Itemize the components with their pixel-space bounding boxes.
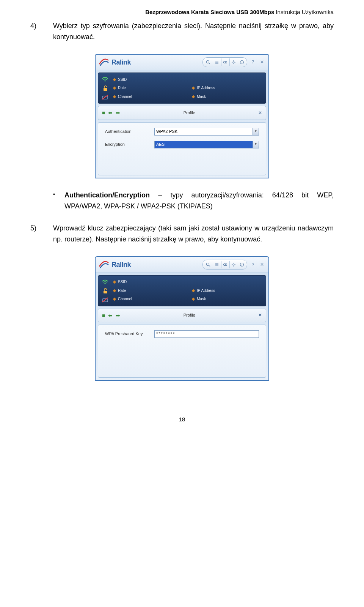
info-icon[interactable]: i xyxy=(238,261,245,268)
search-icon[interactable] xyxy=(204,58,212,66)
step-text-4: Wybierz typ szyfrowania (zabezpieczenia … xyxy=(53,20,334,43)
logo-text: Ralink xyxy=(111,259,131,270)
app-titlebar: Ralink i ? ✕ xyxy=(96,55,268,71)
status-ssid: SSID xyxy=(113,76,185,83)
auth-select[interactable]: WPA2-PSK ▼ xyxy=(154,128,259,136)
arrow-right-icon[interactable]: ➡ xyxy=(116,311,120,320)
signal-icon xyxy=(100,278,110,285)
status-icon-column xyxy=(100,278,110,304)
status-rate: Rate xyxy=(113,85,185,92)
svg-point-0 xyxy=(207,60,209,63)
enc-select[interactable]: AES ▼ xyxy=(154,141,259,148)
stop-icon[interactable]: ■ xyxy=(102,109,105,117)
svg-point-7 xyxy=(233,61,234,63)
link-icon[interactable] xyxy=(221,58,229,66)
bullet-marker: ▪ xyxy=(53,190,64,212)
status-icon-column xyxy=(100,75,110,101)
status-channel: Channel xyxy=(113,296,185,303)
titlebar-icons: i ? ✕ xyxy=(202,57,265,67)
status-rate: Rate xyxy=(113,287,185,294)
status-ip: IP Address xyxy=(192,85,264,92)
info-icon[interactable]: i xyxy=(238,58,245,66)
svg-rect-15 xyxy=(104,88,107,91)
svg-text:i: i xyxy=(241,263,242,266)
status-ip: IP Address xyxy=(192,287,264,294)
help-icon[interactable]: ? xyxy=(249,261,256,268)
search-icon[interactable] xyxy=(204,261,212,268)
svg-text:i: i xyxy=(241,61,242,64)
svg-line-19 xyxy=(209,265,210,266)
logo-icon xyxy=(99,57,109,67)
logo-text: Ralink xyxy=(111,57,131,68)
toolbar-pill: i xyxy=(202,57,247,67)
chevron-down-icon[interactable]: ▼ xyxy=(253,141,259,148)
key-form-panel: WPA Preshared Key ******** xyxy=(98,325,266,378)
unlock-icon xyxy=(100,84,110,92)
svg-point-32 xyxy=(105,283,106,284)
auth-enc-bullet: ▪ Authentication/Encryption – typy autor… xyxy=(53,190,334,212)
unlock-icon xyxy=(100,287,110,295)
close-icon[interactable]: ✕ xyxy=(259,59,265,66)
document-header: Bezprzewodowa Karata Sieciowa USB 300Mbp… xyxy=(0,0,364,20)
status-channel: Channel xyxy=(113,93,185,101)
arrow-right-icon[interactable]: ➡ xyxy=(116,109,120,117)
profile-nav-arrows: ■ ⬅ ➡ xyxy=(102,311,120,320)
list-icon[interactable] xyxy=(213,261,220,268)
psk-label: WPA Preshared Key xyxy=(105,331,154,337)
svg-point-25 xyxy=(233,264,234,265)
panel-close-icon[interactable]: ✕ xyxy=(258,312,262,319)
close-icon[interactable]: ✕ xyxy=(259,261,265,268)
status-mask: Mask xyxy=(192,296,264,303)
help-icon[interactable]: ? xyxy=(249,59,256,66)
psk-row: WPA Preshared Key ******** xyxy=(105,330,259,338)
page-number: 18 xyxy=(0,415,364,424)
bullet-block: ▪ Authentication/Encryption – typy autor… xyxy=(53,190,334,212)
svg-line-35 xyxy=(102,298,108,302)
app-logo: Ralink xyxy=(99,57,131,68)
header-light: Instrukcja Użytkownika xyxy=(274,9,334,15)
gear-icon[interactable] xyxy=(229,261,237,268)
psk-input[interactable]: ******** xyxy=(154,330,259,338)
no-adapter-icon xyxy=(100,93,110,101)
arrow-left-icon[interactable]: ⬅ xyxy=(108,109,113,117)
toolbar-pill: i xyxy=(202,260,247,270)
step-4: 4) Wybierz typ szyfrowania (zabezpieczen… xyxy=(30,20,334,43)
signal-icon xyxy=(100,75,110,83)
status-grid: SSID Rate IP Address Channel Mask xyxy=(113,75,264,101)
no-adapter-icon xyxy=(100,296,110,304)
profile-label: Profile xyxy=(120,312,258,319)
svg-rect-33 xyxy=(104,291,107,293)
auth-label: Authentication xyxy=(105,128,154,135)
status-mask: Mask xyxy=(192,93,264,101)
bullet-text: Authentication/Encryption – typy autoryz… xyxy=(64,190,334,212)
list-icon[interactable] xyxy=(213,58,220,66)
profile-nav-panel: ■ ⬅ ➡ Profile ✕ xyxy=(98,309,266,322)
arrow-left-icon[interactable]: ⬅ xyxy=(108,311,113,320)
svg-line-1 xyxy=(209,63,210,64)
status-ssid: SSID xyxy=(113,279,185,286)
ralink-app-screenshot-1: Ralink i ? ✕ SSID xyxy=(95,54,269,178)
chevron-down-icon[interactable]: ▼ xyxy=(253,128,259,135)
step-text-5: Wprowadź klucz zabezpieczający (taki sam… xyxy=(53,223,334,245)
svg-line-17 xyxy=(102,95,108,99)
link-icon[interactable] xyxy=(221,261,229,268)
ralink-app-screenshot-2: Ralink i ? ✕ SSID xyxy=(95,256,269,381)
auth-form-panel: Authentication WPA2-PSK ▼ Encryption AES… xyxy=(98,122,266,175)
titlebar-icons: i ? ✕ xyxy=(202,260,265,270)
profile-nav-arrows: ■ ⬅ ➡ xyxy=(102,109,120,117)
page-content: 4) Wybierz typ szyfrowania (zabezpieczen… xyxy=(0,20,364,404)
logo-icon xyxy=(99,260,109,270)
stop-icon[interactable]: ■ xyxy=(102,311,105,320)
app-logo: Ralink xyxy=(99,259,131,270)
profile-nav-panel: ■ ⬅ ➡ Profile ✕ xyxy=(98,106,266,120)
enc-row: Encryption AES ▼ xyxy=(105,141,259,148)
gear-icon[interactable] xyxy=(229,58,237,66)
panel-close-icon[interactable]: ✕ xyxy=(258,109,262,117)
svg-point-14 xyxy=(105,80,106,82)
auth-row: Authentication WPA2-PSK ▼ xyxy=(105,128,259,136)
status-panel: SSID Rate IP Address Channel Mask xyxy=(98,275,266,306)
step-number-5: 5) xyxy=(30,223,53,245)
step-number-4: 4) xyxy=(30,20,53,43)
status-grid: SSID Rate IP Address Channel Mask xyxy=(113,278,264,304)
header-bold: Bezprzewodowa Karata Sieciowa USB 300Mbp… xyxy=(145,9,274,15)
